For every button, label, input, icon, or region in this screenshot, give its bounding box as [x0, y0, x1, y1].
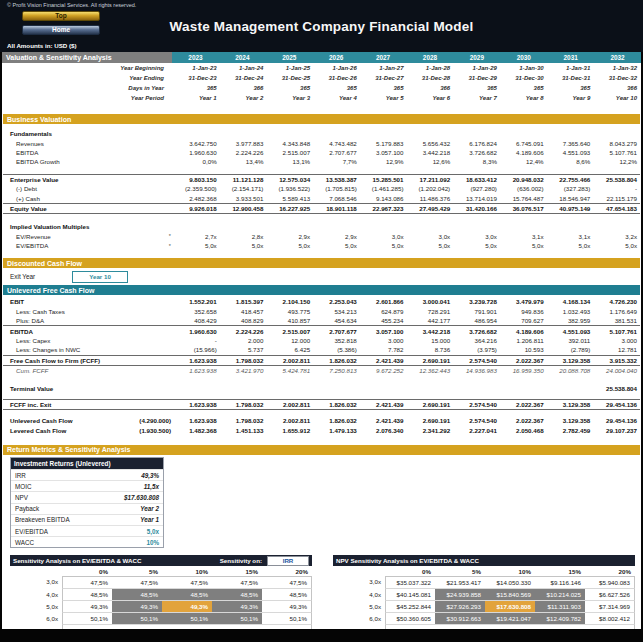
- cell[interactable]: 5.589.413: [266, 195, 313, 202]
- cell[interactable]: Year 1: [173, 95, 220, 101]
- cell[interactable]: 1.032.493: [547, 308, 594, 315]
- cell[interactable]: 365: [500, 85, 547, 91]
- row-label[interactable]: Year Beginning: [3, 65, 173, 71]
- cell[interactable]: 13,1%: [266, 158, 313, 165]
- cell[interactable]: 4.551.093: [547, 328, 594, 335]
- sensitivity-cell[interactable]: $40.145.081: [385, 589, 435, 601]
- cell[interactable]: 25.538.804: [593, 176, 640, 183]
- cell[interactable]: 5.107.761: [593, 149, 640, 156]
- cell[interactable]: 3,0x: [407, 233, 454, 240]
- cell[interactable]: 4.189.606: [500, 328, 547, 335]
- cell[interactable]: Year 7: [453, 95, 500, 101]
- cell[interactable]: 3.129.358: [547, 357, 594, 364]
- cell[interactable]: 3.442.218: [407, 328, 454, 335]
- sensitivity-cell[interactable]: $50.360.605: [385, 613, 435, 625]
- cell[interactable]: 408.429: [173, 317, 220, 324]
- cell[interactable]: 31-Dec-25: [266, 75, 313, 81]
- cell[interactable]: (2.789): [547, 346, 594, 353]
- cell[interactable]: 2.224.226: [220, 328, 267, 335]
- row-label[interactable]: Less: Capex: [3, 337, 173, 344]
- cell[interactable]: 5.737: [220, 346, 267, 353]
- cell[interactable]: 352.818: [313, 337, 360, 344]
- sensitivity-cell[interactable]: 48,5%: [162, 589, 212, 601]
- cell[interactable]: 365: [173, 85, 220, 91]
- cell[interactable]: 1.552.201: [173, 298, 220, 305]
- sensitivity-cell[interactable]: $14.050.330: [485, 576, 535, 589]
- row-label[interactable]: EV/EBITDA*: [3, 242, 173, 249]
- sensitivity-cell[interactable]: $6.627.526: [585, 589, 635, 601]
- cell[interactable]: 2.421.439: [360, 357, 407, 364]
- cell[interactable]: 1-Jan-26: [313, 65, 360, 71]
- sensitivity-cell[interactable]: $8.689.856: [585, 625, 635, 629]
- row-label[interactable]: Levered Cash Flow(1.930.500): [3, 427, 173, 434]
- sensitivity-cell[interactable]: 50,1%: [162, 613, 212, 625]
- cell[interactable]: 16.959.350: [500, 367, 547, 374]
- sensitivity-cell[interactable]: 49,3%: [212, 601, 262, 613]
- cell[interactable]: 365: [453, 85, 500, 91]
- row-label[interactable]: Cum. FCFF: [3, 367, 173, 374]
- cell[interactable]: 18.901.118: [313, 205, 360, 212]
- cell[interactable]: 3.057.100: [360, 149, 407, 156]
- cell[interactable]: 5,0x: [266, 242, 313, 249]
- cell[interactable]: 4.743.482: [313, 140, 360, 147]
- sensitivity-cell[interactable]: 48,5%: [212, 589, 262, 601]
- cell[interactable]: 1-Jan-30: [500, 65, 547, 71]
- cell[interactable]: 4.551.093: [547, 149, 594, 156]
- cell[interactable]: 2.341.292: [407, 427, 454, 434]
- cell[interactable]: 365: [313, 85, 360, 91]
- cell[interactable]: 2.421.439: [360, 417, 407, 424]
- sensitivity-cell[interactable]: $9.116.146: [535, 576, 585, 589]
- cell[interactable]: 2.515.007: [266, 328, 313, 335]
- cell[interactable]: 1.798.032: [220, 417, 267, 424]
- cell[interactable]: 24.004.040: [593, 367, 640, 374]
- cell[interactable]: 5.107.761: [593, 328, 640, 335]
- cell[interactable]: (5.386): [313, 346, 360, 353]
- sensitivity-cell[interactable]: 50,1%: [62, 613, 112, 625]
- cell[interactable]: 3,0x: [360, 233, 407, 240]
- cell[interactable]: 1-Jan-23: [173, 65, 220, 71]
- cell[interactable]: 410.857: [266, 317, 313, 324]
- cell[interactable]: 31-Dec-23: [173, 75, 220, 81]
- cell[interactable]: 2.601.866: [360, 298, 407, 305]
- cell[interactable]: 7.782: [360, 346, 407, 353]
- cell[interactable]: 534.213: [313, 308, 360, 315]
- cell[interactable]: 13.538.387: [313, 176, 360, 183]
- cell[interactable]: 2.227.041: [453, 427, 500, 434]
- cell[interactable]: 12.000: [266, 337, 313, 344]
- cell[interactable]: 4.343.848: [266, 140, 313, 147]
- cell[interactable]: 728.291: [407, 308, 454, 315]
- sensitivity-cell[interactable]: 50,1%: [262, 613, 312, 625]
- cell[interactable]: 1.826.032: [313, 401, 360, 408]
- sensitivity-cell[interactable]: 50,8%: [112, 625, 162, 629]
- sensitivity-cell[interactable]: 47,5%: [162, 576, 212, 589]
- year-column-header[interactable]: 2029: [453, 52, 500, 63]
- cell[interactable]: 3.000.041: [407, 298, 454, 305]
- cell[interactable]: 2.000: [220, 337, 267, 344]
- sensitivity-cell[interactable]: 49,3%: [162, 601, 212, 613]
- cell[interactable]: 5,0x: [500, 242, 547, 249]
- sensitivity-metric-box[interactable]: IRR: [267, 556, 309, 566]
- cell[interactable]: (3.975): [453, 346, 500, 353]
- cell[interactable]: 2.022.367: [500, 401, 547, 408]
- returns-value[interactable]: 5,0x: [147, 528, 159, 535]
- row-label[interactable]: EBITDA Growth: [3, 158, 173, 165]
- sensitivity-cell[interactable]: $19.421.047: [485, 613, 535, 625]
- cell[interactable]: 624.879: [360, 308, 407, 315]
- row-label[interactable]: (+) Cash: [3, 195, 173, 202]
- cell[interactable]: 2,8x: [220, 233, 267, 240]
- cell[interactable]: 1.960.630: [173, 149, 220, 156]
- cell[interactable]: 22.967.323: [360, 205, 407, 212]
- cell[interactable]: 3.933.501: [220, 195, 267, 202]
- cell[interactable]: 25.538.804: [593, 385, 640, 392]
- cell[interactable]: 1-Jan-27: [360, 65, 407, 71]
- cell[interactable]: 5.179.883: [360, 140, 407, 147]
- cell[interactable]: 2.515.007: [266, 149, 313, 156]
- cell[interactable]: 5,0x: [173, 242, 220, 249]
- cell[interactable]: 5,0x: [547, 242, 594, 249]
- year-column-header[interactable]: 2025: [266, 52, 313, 63]
- cell[interactable]: 2.574.540: [453, 357, 500, 364]
- cell[interactable]: 3.129.358: [547, 401, 594, 408]
- cell[interactable]: 2.690.191: [407, 357, 454, 364]
- cell[interactable]: 3.421.970: [220, 367, 267, 374]
- cell[interactable]: 2.707.677: [313, 328, 360, 335]
